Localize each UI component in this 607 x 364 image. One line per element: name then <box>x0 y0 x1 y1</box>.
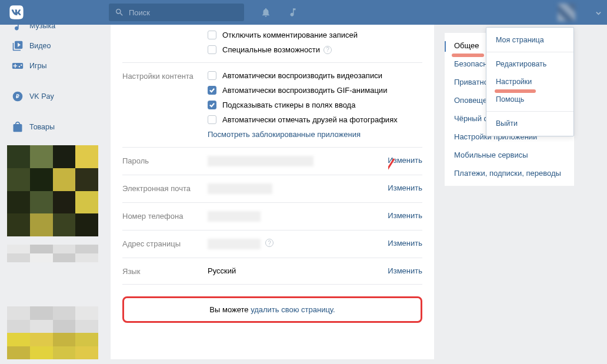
password-label: Пароль <box>122 156 208 166</box>
chevron-down-icon <box>596 11 601 16</box>
option-label: Автоматически отмечать друзей на фотогра… <box>222 115 398 124</box>
option-label: Автоматически воспроизводить GIF-анимаци… <box>222 86 387 95</box>
music-icon[interactable] <box>288 7 298 18</box>
checkbox-unchecked-icon <box>208 45 216 54</box>
top-header <box>0 0 607 25</box>
nav-market[interactable]: Товары <box>7 117 106 137</box>
address-value-hidden <box>208 239 261 249</box>
tab-payments[interactable]: Платежи, подписки, переводы <box>445 164 574 182</box>
settings-panel: Отключить комментирование записей Специа… <box>111 25 434 359</box>
auto-gif-option[interactable]: Автоматически воспроизводить GIF-анимаци… <box>208 86 422 95</box>
delete-prefix: Вы можете <box>209 305 251 314</box>
tab-mobile[interactable]: Мобильные сервисы <box>445 146 574 164</box>
dropdown-settings[interactable]: Настройки <box>486 73 573 91</box>
checkbox-unchecked-icon <box>208 31 216 39</box>
auto-tag-option[interactable]: Автоматически отмечать друзей на фотогра… <box>208 115 422 124</box>
left-sidebar: Музыка Видео Игры ₽ VK Pay Товары <box>7 25 106 359</box>
profile-dropdown: Моя страница Редактировать Настройки Пом… <box>486 27 574 136</box>
right-sidebar: Общее Безопасность Приватность Оповещени… <box>445 25 574 359</box>
tab-label: Платежи, подписки, переводы <box>454 169 561 178</box>
change-phone-link[interactable]: Изменить <box>388 211 422 222</box>
avatar-icon <box>558 4 575 21</box>
phone-label: Номер телефона <box>122 211 208 222</box>
video-nav-icon <box>12 40 24 52</box>
tab-label: Мобильные сервисы <box>454 151 528 159</box>
help-icon[interactable]: ? <box>265 239 274 247</box>
change-email-link[interactable]: Изменить <box>388 183 422 194</box>
email-value-hidden <box>208 183 272 194</box>
language-value: Русский <box>208 266 236 276</box>
change-language-link[interactable]: Изменить <box>388 266 422 276</box>
sidebar-widget-3 <box>7 306 98 359</box>
search-icon <box>115 8 124 17</box>
option-label: Специальные возможности <box>222 45 320 54</box>
sidebar-widget-2 <box>7 245 98 280</box>
notifications-icon[interactable] <box>261 7 271 18</box>
phone-value-hidden <box>208 211 261 222</box>
stickers-option[interactable]: Подсказывать стикеры в полях ввода <box>208 101 422 109</box>
nav-label: Видео <box>29 42 51 50</box>
address-label: Адрес страницы <box>122 239 208 249</box>
games-nav-icon <box>12 60 24 72</box>
nav-label: Игры <box>29 62 46 70</box>
dropdown-logout[interactable]: Выйти <box>486 115 573 132</box>
dropdown-edit[interactable]: Редактировать <box>486 55 573 73</box>
nav-video[interactable]: Видео <box>7 36 106 56</box>
checkbox-unchecked-icon <box>208 115 216 124</box>
checkbox-checked-icon <box>208 101 216 109</box>
vkpay-nav-icon: ₽ <box>12 91 24 102</box>
accessibility-option[interactable]: Специальные возможности ? <box>208 45 422 54</box>
delete-account-box: Вы можете удалить свою страницу. <box>122 296 422 323</box>
option-label: Автоматически воспроизводить видеозаписи <box>222 71 382 80</box>
nav-vkpay[interactable]: ₽ VK Pay <box>7 86 106 106</box>
content-label: Настройки контента <box>122 71 208 139</box>
dropdown-my-page[interactable]: Моя страница <box>486 31 573 49</box>
search-input[interactable] <box>109 4 244 21</box>
change-password-link[interactable]: Изменить <box>388 156 422 166</box>
blocked-apps-link[interactable]: Посмотреть заблокированные приложения <box>208 130 422 139</box>
option-label: Подсказывать стикеры в полях ввода <box>222 101 355 109</box>
change-address-link[interactable]: Изменить <box>388 239 422 249</box>
checkbox-unchecked-icon <box>208 71 216 80</box>
option-label: Отключить комментирование записей <box>222 31 358 39</box>
language-label: Язык <box>122 266 208 276</box>
password-value-hidden <box>208 156 313 166</box>
delete-account-link[interactable]: удалить свою страницу. <box>251 305 335 314</box>
disable-comments-option[interactable]: Отключить комментирование записей <box>208 31 422 39</box>
nav-games[interactable]: Игры <box>7 56 106 76</box>
vk-logo-icon[interactable] <box>8 4 25 21</box>
market-nav-icon <box>12 121 24 133</box>
checkbox-checked-icon <box>208 86 216 95</box>
nav-label: VK Pay <box>29 92 54 101</box>
svg-text:₽: ₽ <box>16 93 19 99</box>
dropdown-label: Настройки <box>496 78 532 86</box>
tab-label: Общее <box>454 41 479 50</box>
dropdown-help[interactable]: Помощь <box>486 91 573 108</box>
email-label: Электронная почта <box>122 183 208 194</box>
auto-video-option[interactable]: Автоматически воспроизводить видеозаписи <box>208 71 422 80</box>
nav-label: Товары <box>29 123 55 131</box>
sidebar-widget-1 <box>7 145 98 236</box>
help-icon[interactable]: ? <box>323 46 332 54</box>
profile-menu-trigger[interactable] <box>558 2 600 22</box>
